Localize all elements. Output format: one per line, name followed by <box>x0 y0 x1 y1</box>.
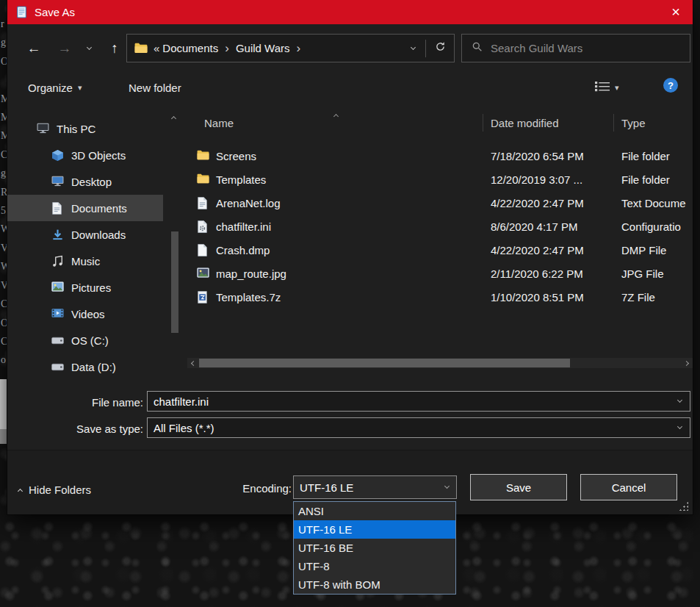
breadcrumb-item-guild-wars[interactable]: Guild Wars <box>236 42 290 54</box>
forward-button[interactable]: → <box>53 37 76 60</box>
search-box[interactable] <box>461 34 690 62</box>
file-date: 4/22/2020 2:47 PM <box>483 197 614 209</box>
hide-folders-button[interactable]: Hide Folders <box>18 478 91 501</box>
sidebar-item-downloads[interactable]: Downloads <box>7 221 163 248</box>
table-row[interactable]: chatfilter.ini 8/6/2020 4:17 PM Configur… <box>187 215 693 238</box>
sidebar-item-label: Documents <box>71 202 127 215</box>
sidebar-item-label: Downloads <box>71 229 126 241</box>
back-icon: ← <box>27 40 41 57</box>
file-name-input[interactable] <box>148 395 678 408</box>
encoding-option-utf-8[interactable]: UTF-8 <box>294 557 455 575</box>
chevron-down-icon <box>86 45 91 50</box>
encoding-value: UTF-16 LE <box>294 481 445 494</box>
folder-icon <box>197 150 209 162</box>
breadcrumb-separator-icon[interactable]: › <box>290 41 308 56</box>
search-input[interactable] <box>491 42 690 54</box>
sidebar-item-3d-objects[interactable]: 3D Objects <box>7 142 163 168</box>
horizontal-scrollbar[interactable] <box>187 358 693 368</box>
chevron-up-icon <box>18 488 23 493</box>
document-icon <box>51 202 64 215</box>
scrollbar-track[interactable] <box>198 358 682 368</box>
chevron-down-icon: ▾ <box>615 83 619 93</box>
help-icon: ? <box>668 80 674 91</box>
monitor-icon <box>51 176 64 188</box>
column-header-date-modified[interactable]: Date modified <box>483 114 614 132</box>
file-date: 1/10/2020 8:51 PM <box>483 291 614 304</box>
up-button[interactable]: ↑ <box>103 37 126 60</box>
cancel-button[interactable]: Cancel <box>580 474 677 500</box>
sidebar-item-label: Pictures <box>71 281 111 294</box>
sidebar-item-this-pc[interactable]: This PC <box>7 115 163 142</box>
new-folder-button[interactable]: New folder <box>129 76 181 98</box>
sidebar-item-music[interactable]: Music <box>7 248 163 274</box>
file-name: Crash.dmp <box>216 244 270 256</box>
sidebar-item-label: 3D Objects <box>71 149 126 162</box>
table-row[interactable]: Templates 12/20/2019 3:07 ... File folde… <box>187 168 693 191</box>
sidebar-item-videos[interactable]: Videos <box>7 301 163 327</box>
breadcrumb-ellipsis[interactable]: « <box>154 42 159 54</box>
address-dropdown-button[interactable] <box>400 35 425 62</box>
sidebar-item-label: Music <box>71 255 100 267</box>
scrollbar-thumb[interactable] <box>199 359 570 367</box>
file-name-combo[interactable] <box>147 391 690 412</box>
chevron-down-icon[interactable] <box>677 398 682 403</box>
address-bar[interactable]: « Documents › Guild Wars › <box>126 34 455 62</box>
list-rows: Screens 7/18/2020 6:54 PM File folder Te… <box>187 144 693 309</box>
table-row[interactable]: Templates.7z 1/10/2020 8:51 PM 7Z File <box>187 285 693 309</box>
column-header-type[interactable]: Type <box>614 114 693 132</box>
table-row[interactable]: ArenaNet.log 4/22/2020 2:47 PM Text Docu… <box>187 191 693 215</box>
music-note-icon <box>51 255 64 267</box>
file-name: Templates.7z <box>216 291 281 304</box>
sidebar-item-pictures[interactable]: Pictures <box>7 274 163 301</box>
sidebar-scrollbar[interactable] <box>170 110 179 367</box>
sidebar-item-label: OS (C:) <box>71 334 109 347</box>
close-button[interactable]: × <box>659 0 693 24</box>
encoding-option-utf-16-le[interactable]: UTF-16 LE <box>294 520 455 539</box>
image-file-icon <box>197 267 209 280</box>
chevron-down-icon <box>677 424 682 429</box>
file-name: ArenaNet.log <box>216 197 281 209</box>
folder-icon <box>197 173 209 186</box>
sidebar-item-label: Desktop <box>71 176 112 188</box>
sidebar-item-label: Data (D:) <box>71 361 116 373</box>
titlebar[interactable]: Save As × <box>7 0 693 24</box>
help-button[interactable]: ? <box>663 78 678 93</box>
scroll-right-button[interactable] <box>682 358 693 368</box>
table-row[interactable]: Screens 7/18/2020 6:54 PM File folder <box>187 144 693 168</box>
scroll-up-icon[interactable] <box>171 116 176 121</box>
desktop-background: r g O M M M C g R 5 W V W V C O C o Save… <box>0 0 700 607</box>
encoding-option-utf-8-with-bom[interactable]: UTF-8 with BOM <box>294 575 455 594</box>
save-as-type-value: All Files (*.*) <box>148 422 678 434</box>
breadcrumb-item-documents[interactable]: Documents <box>162 42 218 54</box>
archive-file-icon <box>197 291 209 304</box>
table-row[interactable]: Crash.dmp 4/22/2020 2:47 PM DMP File <box>187 238 693 262</box>
table-row[interactable]: map_route.jpg 2/11/2020 6:22 PM JPG File <box>187 262 693 285</box>
encoding-select[interactable]: UTF-16 LE <box>293 475 457 499</box>
save-as-type-select[interactable]: All Files (*.*) <box>147 417 690 438</box>
encoding-dropdown-list: ANSI UTF-16 LE UTF-16 BE UTF-8 UTF-8 wit… <box>293 501 456 595</box>
breadcrumb-separator-icon[interactable]: › <box>218 41 236 56</box>
sidebar-item-desktop[interactable]: Desktop <box>7 168 163 195</box>
file-type: File folder <box>614 173 693 186</box>
encoding-option-ansi[interactable]: ANSI <box>294 502 455 520</box>
encoding-option-utf-16-be[interactable]: UTF-16 BE <box>294 539 455 557</box>
file-list: Name Date modified Type Screens 7/18/202… <box>187 109 693 357</box>
file-type: File folder <box>614 150 693 162</box>
view-mode-button[interactable]: ▾ <box>595 76 619 98</box>
scroll-left-button[interactable] <box>187 358 198 368</box>
file-type: Text Docume <box>614 197 693 209</box>
back-button[interactable]: ← <box>22 37 46 60</box>
sidebar-item-documents[interactable]: Documents <box>7 195 163 221</box>
file-type: JPG File <box>614 267 693 280</box>
file-name: map_route.jpg <box>216 267 286 280</box>
save-button[interactable]: Save <box>470 474 567 500</box>
folder-icon <box>134 43 148 54</box>
sidebar-item-data-d[interactable]: Data (D:) <box>7 353 163 380</box>
window-title: Save As <box>35 6 75 18</box>
refresh-button[interactable] <box>426 35 454 62</box>
organize-button[interactable]: Organize ▾ <box>28 76 82 98</box>
scrollbar-thumb[interactable] <box>171 231 178 333</box>
sidebar-item-os-c[interactable]: OS (C:) <box>7 327 163 353</box>
recent-locations-button[interactable] <box>81 37 97 60</box>
sort-ascending-icon <box>334 108 338 121</box>
